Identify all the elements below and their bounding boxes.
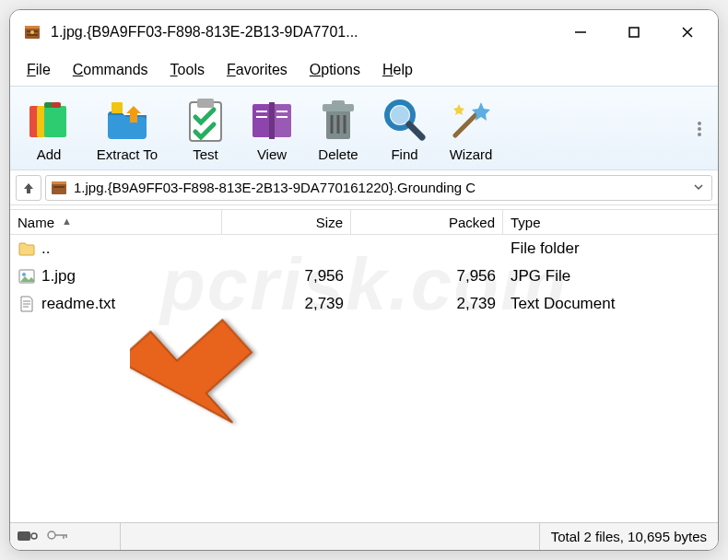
list-item[interactable]: 1.jpg 7,956 7,956 JPG File — [10, 262, 718, 290]
find-label: Find — [391, 146, 417, 162]
file-list: .. File folder 1.jpg 7,956 7,956 JPG Fil… — [10, 235, 718, 522]
menu-tools[interactable]: Tools — [159, 58, 216, 82]
svg-rect-11 — [44, 106, 66, 137]
address-field[interactable]: 1.jpg.{B9A9FF03-F898-813E-2B13-9DA770161… — [45, 175, 712, 201]
find-button[interactable]: Find — [371, 88, 438, 169]
add-label: Add — [37, 146, 62, 162]
test-label: Test — [193, 146, 218, 162]
address-dropdown[interactable] — [689, 180, 708, 196]
toolbar: Add Extract To Test View Delete — [10, 86, 718, 170]
menu-favorites[interactable]: Favorites — [216, 58, 299, 82]
status-mid — [121, 523, 540, 550]
test-button[interactable]: Test — [172, 88, 239, 169]
delete-label: Delete — [318, 146, 358, 162]
svg-point-35 — [698, 127, 701, 131]
close-button[interactable] — [661, 14, 714, 51]
addressbar: 1.jpg.{B9A9FF03-F898-813E-2B13-9DA770161… — [10, 170, 718, 205]
view-button[interactable]: View — [239, 88, 305, 169]
statusbar: Total 2 files, 10,695 bytes — [10, 522, 718, 550]
find-icon — [380, 95, 429, 145]
file-name: .. — [41, 239, 50, 258]
svg-rect-18 — [273, 104, 291, 137]
wizard-label: Wizard — [450, 146, 493, 162]
svg-rect-6 — [629, 28, 639, 37]
view-label: View — [257, 146, 287, 162]
file-type: JPG File — [503, 267, 718, 286]
file-packed: 2,739 — [351, 295, 503, 313]
menu-file[interactable]: File — [16, 58, 62, 82]
column-packed[interactable]: Packed — [351, 210, 503, 234]
file-packed: 7,956 — [351, 267, 503, 286]
status-left — [10, 523, 121, 550]
app-icon — [23, 23, 41, 41]
svg-point-34 — [698, 122, 701, 125]
column-name-label: Name — [18, 215, 54, 230]
svg-point-41 — [22, 273, 26, 276]
svg-rect-3 — [27, 34, 38, 36]
svg-rect-45 — [18, 531, 30, 541]
toolbar-overflow — [504, 87, 712, 169]
svg-point-4 — [30, 30, 34, 34]
extract-to-button[interactable]: Extract To — [82, 88, 172, 169]
svg-rect-14 — [112, 102, 123, 113]
lock-icon — [18, 528, 40, 545]
svg-rect-1 — [25, 26, 40, 29]
test-icon — [181, 95, 230, 145]
column-name[interactable]: Name ▲ — [10, 210, 222, 234]
file-name: 1.jpg — [41, 267, 76, 286]
column-type-label: Type — [511, 215, 541, 230]
svg-rect-38 — [52, 181, 66, 184]
window-controls — [554, 14, 714, 51]
delete-icon — [313, 95, 363, 145]
column-size[interactable]: Size — [222, 210, 351, 234]
minimize-button[interactable] — [554, 14, 607, 51]
menu-options[interactable]: Options — [299, 58, 371, 82]
menu-commands[interactable]: Commands — [62, 58, 159, 82]
status-summary: Total 2 files, 10,695 bytes — [540, 529, 718, 544]
svg-rect-26 — [332, 100, 345, 106]
list-item[interactable]: readme.txt 2,739 2,739 Text Document — [10, 290, 718, 318]
column-type[interactable]: Type — [503, 210, 718, 234]
svg-line-32 — [409, 124, 422, 137]
archive-icon — [50, 179, 68, 197]
overflow-icon[interactable] — [694, 96, 709, 160]
column-headers: Name ▲ Size Packed Type — [10, 209, 718, 235]
add-icon — [24, 95, 74, 145]
add-button[interactable]: Add — [16, 88, 82, 169]
maximize-button[interactable] — [607, 14, 661, 51]
menubar: File Commands Tools Favorites Options He… — [10, 54, 718, 86]
view-icon — [247, 95, 297, 145]
folder-icon — [18, 239, 36, 258]
file-type: File folder — [503, 239, 718, 258]
address-text: 1.jpg.{B9A9FF03-F898-813E-2B13-9DA770161… — [74, 180, 689, 195]
file-size: 7,956 — [222, 267, 351, 286]
wizard-button[interactable]: Wizard — [438, 88, 504, 169]
window-title: 1.jpg.{B9A9FF03-F898-813E-2B13-9DA7701..… — [51, 24, 554, 41]
svg-rect-17 — [252, 104, 271, 137]
file-name: readme.txt — [41, 295, 115, 313]
svg-point-46 — [31, 533, 37, 539]
chevron-down-icon — [693, 181, 704, 192]
svg-point-31 — [391, 106, 409, 124]
up-button[interactable] — [16, 175, 41, 201]
svg-point-47 — [48, 531, 55, 539]
wizard-icon — [446, 95, 496, 145]
svg-rect-39 — [53, 186, 65, 188]
sort-indicator-icon: ▲ — [62, 216, 72, 227]
list-item[interactable]: .. File folder — [10, 235, 718, 262]
up-arrow-icon — [21, 181, 36, 195]
delete-button[interactable]: Delete — [305, 88, 371, 169]
svg-point-36 — [698, 133, 701, 136]
key-icon — [47, 528, 69, 545]
text-file-icon — [18, 295, 36, 313]
svg-rect-19 — [269, 102, 275, 139]
column-size-label: Size — [316, 215, 343, 230]
file-type: Text Document — [503, 295, 718, 313]
column-packed-label: Packed — [449, 215, 495, 230]
app-window: 1.jpg.{B9A9FF03-F898-813E-2B13-9DA7701..… — [9, 9, 719, 551]
menu-help[interactable]: Help — [371, 58, 424, 82]
titlebar: 1.jpg.{B9A9FF03-F898-813E-2B13-9DA7701..… — [10, 10, 718, 54]
image-file-icon — [18, 267, 36, 286]
svg-rect-16 — [197, 99, 214, 108]
extract-label: Extract To — [97, 146, 158, 162]
